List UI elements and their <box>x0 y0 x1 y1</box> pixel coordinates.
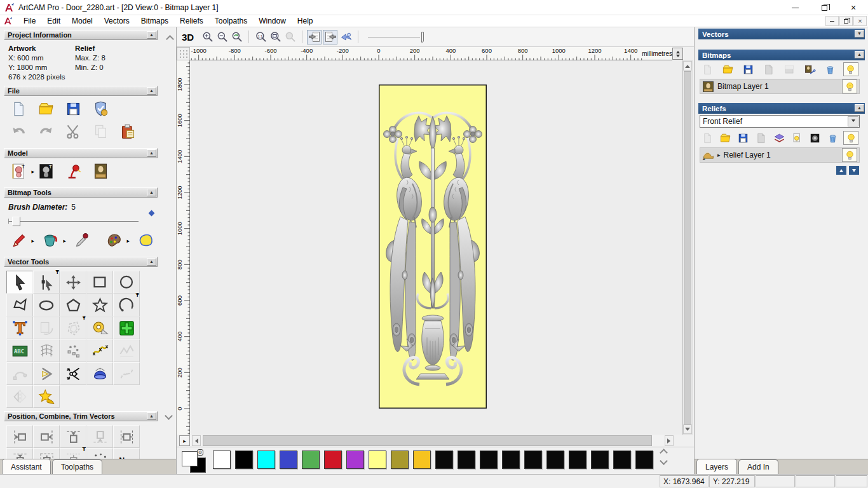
trim-vectors-button[interactable] <box>60 362 86 385</box>
bitmap-to-vector-button[interactable] <box>802 62 817 76</box>
rollup-button[interactable]: ▲ <box>147 149 156 157</box>
dropdown-arrow-button[interactable] <box>848 116 858 126</box>
scroll-right-button[interactable] <box>665 435 674 446</box>
move-layer-up-button[interactable] <box>836 166 846 175</box>
panel-scroll-down[interactable] <box>165 412 173 420</box>
create-polygon-button[interactable] <box>60 294 86 316</box>
mdi-minimize-button[interactable] <box>825 16 839 26</box>
pick-colour-button[interactable] <box>71 231 93 250</box>
greyscale-model-button[interactable]: T <box>35 161 57 181</box>
flood-fill-button[interactable] <box>39 231 61 250</box>
align-snap-button[interactable] <box>60 448 86 459</box>
menu-bitmaps[interactable]: Bitmaps <box>135 15 174 27</box>
menu-window[interactable]: Window <box>253 15 292 27</box>
select-vectors-button[interactable] <box>6 271 33 294</box>
snap-grid-button[interactable] <box>113 316 140 339</box>
create-ellipse-button[interactable] <box>33 294 60 316</box>
palette-scroll-up[interactable] <box>660 449 668 457</box>
colour-palette-button[interactable] <box>103 231 125 250</box>
view-flyout-button[interactable]: ▸ <box>179 435 190 446</box>
slider-handle[interactable] <box>421 32 424 43</box>
centre-horizontal-button[interactable] <box>113 425 140 448</box>
bisector-button[interactable] <box>33 362 60 385</box>
tab-toolpaths[interactable]: Toolpaths <box>52 459 102 474</box>
palette-swatch[interactable] <box>369 451 386 469</box>
layer-visibility-button[interactable] <box>842 148 857 162</box>
copy-button[interactable] <box>90 122 111 142</box>
palette-swatch[interactable] <box>280 451 297 469</box>
envelope-distort-button[interactable] <box>33 339 60 362</box>
open-relief-button[interactable] <box>717 131 733 145</box>
mdi-close-button[interactable]: × <box>853 16 867 26</box>
rollup-button[interactable]: ▲ <box>147 258 156 266</box>
close-button[interactable]: × <box>839 0 868 15</box>
menu-toolpaths[interactable]: Toolpaths <box>209 15 253 27</box>
lighting-button[interactable] <box>62 161 84 181</box>
palette-swatch[interactable] <box>235 451 253 469</box>
align-top-button[interactable] <box>60 425 86 448</box>
relief-layer-row[interactable]: + ▸ Relief Layer 1 <box>700 147 860 163</box>
offset-vectors-button[interactable] <box>60 316 86 339</box>
rollup-button[interactable]: ▲ <box>147 87 156 95</box>
rollup-button[interactable]: ▲ <box>147 189 156 196</box>
palette-swatch[interactable] <box>213 451 231 469</box>
new-relief-button[interactable] <box>700 131 715 145</box>
new-model-button[interactable] <box>8 99 29 119</box>
palette-swatch[interactable] <box>391 451 409 469</box>
menu-model[interactable]: Model <box>66 15 98 27</box>
zoom-fit-button[interactable] <box>268 30 283 44</box>
paste-relief-button[interactable] <box>754 131 769 145</box>
zoom-in-button[interactable] <box>200 30 215 44</box>
palette-swatch[interactable] <box>569 451 587 469</box>
create-star-button[interactable] <box>86 294 113 316</box>
zoom-1-1-button[interactable]: 1:1 <box>254 30 268 44</box>
paste-along-curve-button[interactable] <box>60 339 86 362</box>
menu-vectors[interactable]: Vectors <box>98 15 135 27</box>
bitmap-layer-row[interactable]: Bitmap Layer 1 <box>700 79 860 94</box>
set-model-size-button[interactable]: T <box>8 161 29 181</box>
scroll-up-button[interactable] <box>683 61 692 71</box>
centre-vertical-button[interactable] <box>6 448 33 459</box>
toggle-visibility-button[interactable] <box>843 62 858 76</box>
model-properties-button[interactable] <box>90 99 111 119</box>
nesting-button[interactable]: Nes <box>113 448 140 459</box>
redo-button[interactable] <box>35 122 57 142</box>
create-text-button[interactable] <box>6 316 33 339</box>
node-editing-button[interactable] <box>33 271 60 294</box>
ruler-units-button[interactable] <box>672 48 683 60</box>
menu-reliefs[interactable]: Reliefs <box>174 15 209 27</box>
current-colours[interactable]: ⊖ <box>180 450 211 474</box>
menu-edit[interactable]: Edit <box>41 15 66 27</box>
brush-diameter-slider[interactable] <box>8 216 139 226</box>
mdi-restore-button[interactable] <box>839 16 853 26</box>
zoom-out-button[interactable] <box>215 30 229 44</box>
align-bottom-button[interactable] <box>86 425 113 448</box>
align-right-button[interactable] <box>33 425 60 448</box>
palette-swatch[interactable] <box>324 451 342 469</box>
combine-relief-button[interactable] <box>771 131 787 145</box>
relief-select-dropdown[interactable]: Front Relief <box>700 115 860 128</box>
palette-swatch[interactable] <box>613 451 631 469</box>
palette-swatch[interactable] <box>458 451 475 469</box>
palette-swatch[interactable] <box>435 451 453 469</box>
delete-relief-button[interactable] <box>825 131 841 145</box>
undo-button[interactable] <box>8 122 29 142</box>
tab-layers[interactable]: Layers <box>696 459 737 474</box>
menu-help[interactable]: Help <box>292 15 319 27</box>
transform-vectors-button[interactable] <box>60 271 86 294</box>
previous-bitmap-layer-button[interactable] <box>307 30 322 44</box>
scrollbar-thumb[interactable] <box>684 71 691 424</box>
text-block-button[interactable]: ABC <box>6 339 33 362</box>
relief-properties-button[interactable] <box>789 131 804 145</box>
new-bitmap-button[interactable] <box>700 62 715 76</box>
simplify-vectors-button[interactable] <box>113 339 140 362</box>
palette-swatch[interactable] <box>502 451 520 469</box>
primary-colour-swatch[interactable] <box>182 451 198 466</box>
toggle-visibility-button[interactable] <box>843 131 858 145</box>
texture-relief-button[interactable] <box>90 161 111 181</box>
fit-curve-button[interactable] <box>86 339 113 362</box>
palette-swatch[interactable] <box>480 451 498 469</box>
mirror-vectors-button[interactable] <box>6 385 33 408</box>
palette-swatch[interactable] <box>302 451 320 469</box>
cut-button[interactable] <box>62 122 84 142</box>
